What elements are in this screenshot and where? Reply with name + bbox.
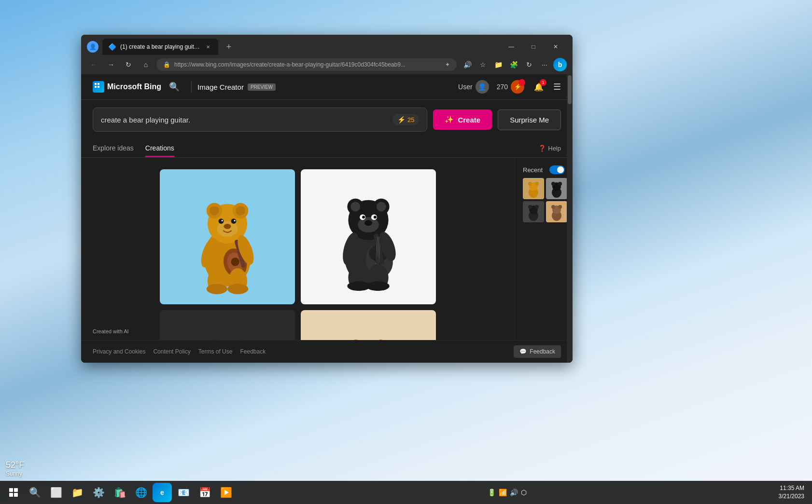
user-label: User (458, 83, 473, 91)
recent-thumb-3[interactable] (523, 201, 544, 222)
svg-point-110 (528, 182, 532, 186)
edge-icon-2[interactable]: e (153, 483, 172, 502)
file-explorer-button[interactable]: 📁 (68, 483, 87, 502)
help-link[interactable]: ❓ Help (538, 145, 561, 152)
feedback-button[interactable]: 💬 Feedback (514, 345, 561, 358)
calendar-button[interactable]: 📅 (195, 483, 214, 502)
address-bar-row: ← → ↻ ⌂ 🔒 https://www.bing.com/images/cr… (81, 55, 573, 74)
recent-thumb-1[interactable] (523, 178, 544, 199)
title-bar: 👤 🔷 (1) create a bear playing guitar · ✕… (81, 35, 573, 55)
refresh-button[interactable]: ↻ (122, 58, 135, 71)
site-header: Microsoft Bing 🔍 Image Creator PREVIEW U… (81, 74, 573, 100)
recent-thumb-4[interactable] (546, 201, 567, 222)
svg-point-24 (207, 284, 227, 294)
taskbar-clock[interactable]: 11:35 AM 3/21/2023 (779, 484, 804, 501)
coins-count: 270 (497, 83, 508, 91)
search-icon[interactable]: 🔍 (169, 82, 180, 92)
new-tab-button[interactable]: + (222, 40, 236, 54)
image-card-4[interactable] (301, 310, 436, 340)
start-button[interactable] (4, 483, 23, 502)
windows-mail-button[interactable]: 📧 (174, 483, 193, 502)
clock-time: 11:35 AM (779, 484, 804, 492)
forward-button[interactable]: → (104, 58, 118, 71)
menu-icon[interactable]: ☰ (553, 82, 561, 92)
coins-section: 270 ⚡ (497, 80, 524, 94)
maximize-button[interactable]: □ (522, 39, 545, 54)
created-watermark: Created with AI (93, 328, 129, 334)
recent-thumb-2[interactable] (546, 178, 567, 199)
battery-icon: 🔋 (488, 489, 496, 496)
image-grid (93, 169, 503, 340)
help-icon: ❓ (538, 145, 546, 152)
close-button[interactable]: ✕ (545, 39, 567, 54)
address-bar[interactable]: 🔒 https://www.bing.com/images/create/cre… (156, 58, 457, 71)
minimize-button[interactable]: — (500, 39, 522, 54)
user-section[interactable]: User 👤 (458, 80, 489, 94)
privacy-cookies-link[interactable]: Privacy and Cookies (93, 348, 145, 355)
bing-logo-icon (93, 81, 104, 93)
back-button[interactable]: ← (87, 58, 100, 71)
settings-button[interactable]: ⚙️ (89, 483, 108, 502)
weather-temp: 52°F (6, 460, 24, 470)
search-input-text: create a bear playing guitar. (101, 116, 392, 124)
svg-point-35 (362, 216, 365, 218)
svg-point-114 (551, 182, 555, 186)
svg-rect-127 (14, 493, 18, 497)
recent-toggle[interactable] (549, 165, 565, 174)
image-grid-container[interactable]: Created with AI (81, 158, 515, 340)
more-tools-icon[interactable]: ··· (538, 58, 551, 71)
recent-grid (523, 178, 565, 222)
address-url: https://www.bing.com/images/create/creat… (174, 61, 441, 68)
feedback-button-label: Feedback (530, 348, 555, 355)
taskbar-search-button[interactable]: 🔍 (25, 483, 44, 502)
image-card-1[interactable] (160, 169, 295, 304)
svg-point-14 (234, 220, 236, 221)
microsoft-store-button[interactable]: 🛍️ (110, 483, 129, 502)
notification-icon[interactable]: 🔔 1 (532, 80, 546, 94)
tab-close-button[interactable]: ✕ (204, 42, 212, 51)
svg-rect-126 (9, 493, 13, 497)
task-view-button[interactable]: ⬜ (46, 483, 66, 502)
boost-icon: ⚡ (397, 116, 406, 123)
boost-count: 25 (407, 116, 414, 123)
terms-of-use-link[interactable]: Terms of Use (198, 348, 233, 355)
svg-point-54 (232, 340, 248, 340)
sync-icon[interactable]: ↻ (522, 58, 536, 71)
search-input-wrapper[interactable]: create a bear playing guitar. ⚡ 25 (93, 108, 427, 132)
read-aloud-icon[interactable]: 🔊 (461, 58, 474, 71)
surprise-button[interactable]: Surprise Me (498, 109, 561, 130)
preview-badge: PREVIEW (248, 83, 276, 91)
extensions-icon[interactable]: 🧩 (507, 58, 520, 71)
weather-condition: Sunny (6, 470, 24, 477)
svg-point-79 (373, 340, 389, 340)
tab-explore-ideas[interactable]: Explore ideas (93, 139, 134, 157)
scroll-thumb[interactable] (568, 75, 572, 104)
home-button[interactable]: ⌂ (139, 58, 153, 71)
collections-icon[interactable]: 📁 (491, 58, 505, 71)
svg-point-115 (558, 182, 562, 186)
scroll-bar[interactable] (567, 74, 573, 363)
svg-point-122 (551, 205, 555, 209)
image-card-3[interactable] (160, 310, 295, 340)
svg-point-37 (364, 220, 372, 226)
boost-badge: ⚡ 25 (392, 114, 419, 125)
svg-point-30 (350, 202, 360, 212)
coin-icon[interactable]: ⚡ (511, 80, 524, 94)
create-button-label: Create (458, 116, 480, 124)
tab-creations[interactable]: Creations (145, 139, 174, 157)
svg-point-78 (348, 340, 364, 340)
content-policy-link[interactable]: Content Policy (153, 348, 190, 355)
browser-tab-active[interactable]: 🔷 (1) create a bear playing guitar · ✕ (102, 39, 218, 55)
clock-date: 3/21/2023 (779, 492, 804, 501)
svg-point-25 (227, 284, 248, 294)
browser-profile-icon[interactable]: 👤 (87, 41, 98, 53)
bing-logo[interactable]: Microsoft Bing (93, 81, 161, 93)
favorites-icon[interactable]: ☆ (476, 58, 490, 71)
terminal-button[interactable]: ▶️ (216, 483, 236, 502)
feedback-link[interactable]: Feedback (240, 348, 266, 355)
edge-copilot-icon[interactable]: b (553, 58, 567, 71)
image-card-2[interactable] (301, 169, 436, 304)
edge-taskbar-button[interactable]: 🌐 (131, 483, 151, 502)
create-icon: ✨ (445, 115, 454, 124)
create-button[interactable]: ✨ Create (433, 109, 492, 130)
